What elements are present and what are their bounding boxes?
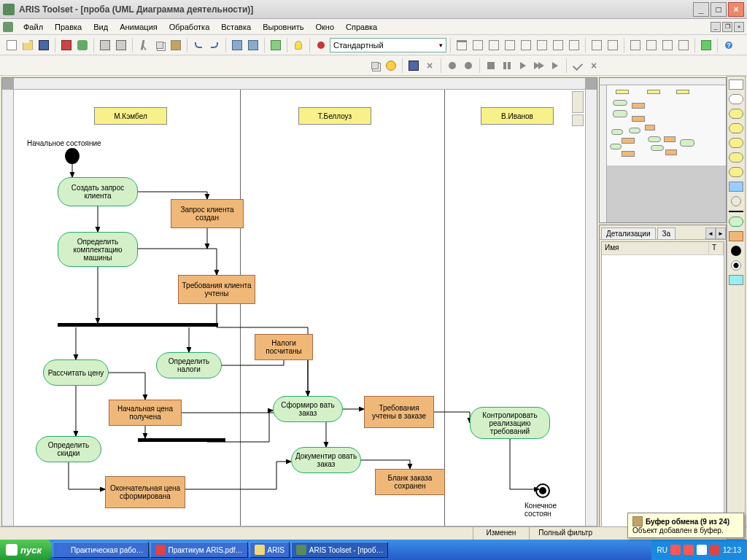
palette-object[interactable] xyxy=(729,231,743,241)
palette-circle[interactable] xyxy=(731,196,741,206)
object-node[interactable]: Требования учтены в заказе xyxy=(364,396,434,428)
palette-line[interactable] xyxy=(729,211,743,212)
menu-help[interactable]: Справка xyxy=(340,21,383,33)
task-item-active[interactable]: ARIS Toolset - [проб… xyxy=(291,542,389,558)
object-node[interactable]: Начальная цена получена xyxy=(109,400,182,426)
style-combo[interactable]: Стандартный xyxy=(330,38,446,52)
ruler-vertical[interactable] xyxy=(2,90,14,526)
anim-1[interactable] xyxy=(368,58,382,73)
tray-icon[interactable] xyxy=(710,545,720,555)
join-bar[interactable] xyxy=(138,438,225,442)
menu-file[interactable]: Файл xyxy=(18,21,49,33)
grid-4[interactable] xyxy=(676,38,691,52)
minimize-button[interactable]: _ xyxy=(693,2,709,17)
anim-check[interactable] xyxy=(570,58,585,73)
task-item[interactable]: Практическая рабо… xyxy=(53,542,149,558)
cut-button[interactable] xyxy=(136,38,151,52)
system-tray[interactable]: RU 12:13 xyxy=(651,540,747,560)
menu-process[interactable]: Обработка xyxy=(163,21,215,33)
paste-button[interactable] xyxy=(169,38,183,52)
anim-end[interactable] xyxy=(548,58,562,73)
palette-yellow4[interactable] xyxy=(729,152,743,163)
tray-icon[interactable] xyxy=(697,545,707,555)
activity-node[interactable]: Определить налоги xyxy=(156,352,222,378)
palette-yellow2[interactable] xyxy=(729,123,743,133)
maximize-button[interactable]: □ xyxy=(711,2,727,17)
activity-node[interactable]: Определить комплектацию машины xyxy=(58,232,138,267)
panel-toggle-icon[interactable] xyxy=(572,91,584,113)
tab-other[interactable]: За xyxy=(657,228,676,239)
tray-icon[interactable] xyxy=(684,545,694,555)
align-1[interactable] xyxy=(454,38,469,52)
align-2[interactable] xyxy=(471,38,485,52)
tray-icon[interactable] xyxy=(670,545,681,555)
activity-node[interactable]: Сформиро вать заказ xyxy=(273,396,343,422)
palette-round-rect[interactable] xyxy=(729,94,743,104)
final-node[interactable] xyxy=(535,483,550,498)
tb-b1[interactable] xyxy=(230,38,244,52)
align-5[interactable] xyxy=(519,38,533,52)
mdi-close[interactable]: × xyxy=(734,22,744,32)
tb-b3[interactable] xyxy=(268,38,283,52)
palette-yellow3[interactable] xyxy=(729,138,743,148)
menu-insert[interactable]: Вставка xyxy=(215,21,257,33)
align-6[interactable] xyxy=(535,38,549,52)
anim-save[interactable] xyxy=(406,58,421,73)
palette-final[interactable] xyxy=(731,260,741,271)
minimap-panel[interactable] xyxy=(599,77,727,223)
menu-align[interactable]: Выровнить xyxy=(257,21,309,33)
start-button[interactable]: пуск xyxy=(0,540,52,560)
activity-node[interactable]: Контролировать реализацию требований xyxy=(470,407,550,439)
copy-button[interactable] xyxy=(152,38,167,52)
task-item[interactable]: Практикум ARIS.pdf… xyxy=(150,542,248,558)
align-3[interactable] xyxy=(487,38,501,52)
anim-stop[interactable] xyxy=(484,58,498,73)
object-node[interactable]: Требования клиента учтены xyxy=(178,275,255,304)
activity-node[interactable]: Рассчитать цену xyxy=(43,359,109,386)
align-8[interactable] xyxy=(567,38,581,52)
align-7[interactable] xyxy=(551,38,565,52)
anim-ff[interactable] xyxy=(532,58,546,73)
tab-detail[interactable]: Детализации xyxy=(601,228,656,239)
menu-view[interactable]: Вид xyxy=(88,21,114,33)
fork-bar[interactable] xyxy=(58,323,218,327)
grid-2[interactable] xyxy=(644,38,659,52)
record-button[interactable] xyxy=(314,38,328,52)
palette-initial[interactable] xyxy=(731,246,741,256)
palette-blue[interactable] xyxy=(729,182,743,192)
mdi-restore[interactable]: ❐ xyxy=(722,22,732,32)
grid-1[interactable] xyxy=(628,38,643,52)
activity-node[interactable]: Создать запрос клиента xyxy=(58,177,138,206)
mdi-minimize[interactable]: _ xyxy=(711,22,721,32)
preview-button[interactable] xyxy=(114,38,128,52)
print-button[interactable] xyxy=(98,38,112,52)
anim-del[interactable]: × xyxy=(422,58,437,73)
help-button[interactable]: ? xyxy=(721,38,736,52)
group-1[interactable] xyxy=(589,38,604,52)
palette-yellow[interactable] xyxy=(729,109,743,119)
object-node[interactable]: Окончательная цена сформирована xyxy=(105,476,185,508)
ruler-horizontal[interactable] xyxy=(14,78,585,90)
tab-scroll-left[interactable]: ◄ xyxy=(705,228,716,239)
object-node[interactable]: Бланк заказа сохранен xyxy=(375,469,445,495)
close-button[interactable]: × xyxy=(728,2,744,17)
task-item[interactable]: ARIS xyxy=(249,542,290,558)
palette-yellow5[interactable] xyxy=(729,167,743,177)
anim-x[interactable]: × xyxy=(587,58,601,73)
object-node[interactable]: Налоги посчитаны xyxy=(255,334,313,360)
object-node[interactable]: Запрос клиента создан xyxy=(171,199,244,228)
anim-play[interactable] xyxy=(516,58,530,73)
save-button[interactable] xyxy=(36,38,51,52)
group-2[interactable] xyxy=(605,38,620,52)
panel-pin-icon[interactable] xyxy=(572,114,584,126)
palette-activity[interactable] xyxy=(729,217,743,227)
exit-button[interactable] xyxy=(699,38,713,52)
anim-prev[interactable] xyxy=(461,58,476,73)
tray-lang[interactable]: RU xyxy=(657,546,667,554)
undo-button[interactable] xyxy=(191,38,206,52)
activity-node[interactable]: Документир овать заказ xyxy=(291,447,361,473)
open-button[interactable] xyxy=(20,38,35,52)
grid-3[interactable] xyxy=(660,38,675,52)
clipboard-balloon[interactable]: Буфер обмена (9 из 24) Объект добавлен в… xyxy=(627,513,744,538)
menu-animation[interactable]: Анимация xyxy=(114,21,163,33)
